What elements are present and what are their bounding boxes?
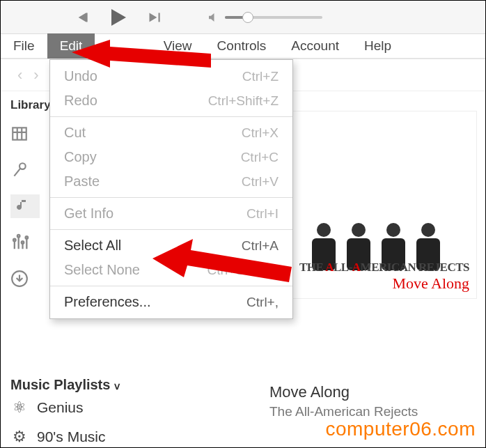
genius-icon: ⚛ <box>10 399 29 417</box>
annotation-arrow <box>152 239 292 295</box>
music-playlists-header[interactable]: Music Playlists ⅴ <box>10 377 157 393</box>
nav-forward-button[interactable]: › <box>33 66 38 84</box>
chevron-down-icon: ⅴ <box>114 380 120 392</box>
menu-get-info: Get InfoCtrl+I <box>50 201 292 226</box>
play-button[interactable] <box>105 5 130 30</box>
equalizer-icon[interactable] <box>10 231 34 254</box>
svg-rect-0 <box>13 128 26 139</box>
svg-point-3 <box>17 235 20 238</box>
svg-point-1 <box>19 163 26 169</box>
previous-track-button[interactable] <box>69 5 94 30</box>
menu-help[interactable]: Help <box>352 33 404 59</box>
svg-marker-8 <box>152 239 292 282</box>
gear-icon: ⚙ <box>10 428 29 446</box>
library-grid-icon[interactable] <box>10 122 34 146</box>
microphone-icon[interactable] <box>10 158 34 182</box>
playlist-90s-music[interactable]: ⚙ 90's Music <box>10 422 157 448</box>
volume-slider[interactable] <box>225 16 322 19</box>
track-info: Move Along The All-American Rejects <box>269 383 478 419</box>
menu-copy: CopyCtrl+C <box>50 145 292 169</box>
playback-toolbar <box>1 1 485 34</box>
track-title: Move Along <box>269 383 478 401</box>
track-artist: The All-American Rejects <box>269 404 478 419</box>
volume-control[interactable] <box>207 11 322 24</box>
menu-account[interactable]: Account <box>279 33 352 59</box>
album-title: THE ALL-AMERICAN REJECTS Move Along <box>299 261 469 293</box>
watermark: computer06.com <box>325 418 476 440</box>
volume-icon <box>207 11 219 24</box>
menu-cut: CutCtrl+X <box>50 121 292 145</box>
playlist-label: 90's Music <box>37 428 106 445</box>
next-track-button[interactable] <box>141 5 166 30</box>
menu-file[interactable]: File <box>1 33 47 59</box>
menu-paste: PasteCtrl+V <box>50 169 292 194</box>
annotation-arrow <box>72 40 211 88</box>
playlist-genius[interactable]: ⚛ Genius <box>10 393 157 422</box>
svg-marker-7 <box>72 40 211 68</box>
music-note-icon[interactable] <box>10 194 40 218</box>
download-icon[interactable] <box>10 267 34 291</box>
menu-controls[interactable]: Controls <box>205 33 279 59</box>
playlist-label: Genius <box>37 399 84 416</box>
nav-back-button[interactable]: ‹ <box>17 66 22 84</box>
menu-redo: RedoCtrl+Shift+Z <box>50 88 292 113</box>
album-artwork[interactable]: THE ALL-AMERICAN REJECTS Move Along <box>275 111 477 299</box>
